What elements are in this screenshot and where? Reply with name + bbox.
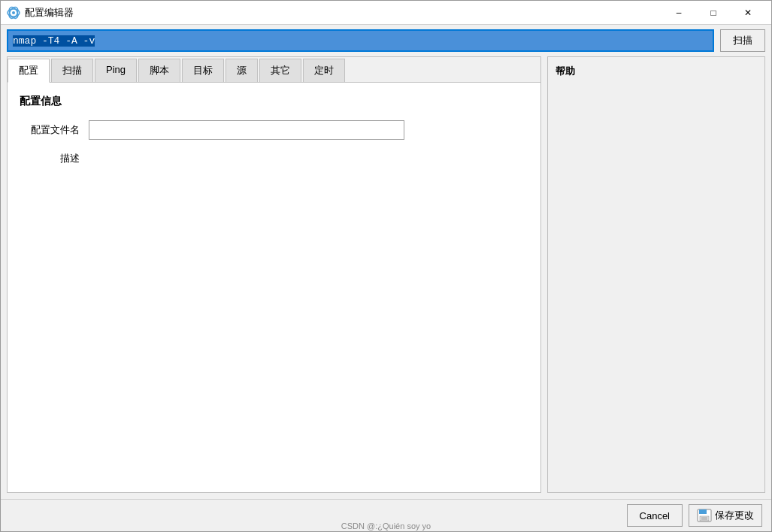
tab-source[interactable]: 源 [226,59,258,82]
command-input[interactable] [7,29,714,52]
cancel-button[interactable]: Cancel [627,504,683,527]
description-label: 描述 [20,152,80,165]
left-panel: 配置 扫描 Ping 脚本 目标 源 其它 定时 配置信息 配置文件名 描述 [7,56,541,493]
svg-point-3 [12,11,15,14]
tab-config[interactable]: 配置 [8,59,50,83]
toolbar: 扫描 [1,25,771,56]
main-window: 配置编辑器 – □ ✕ 扫描 配置 扫描 Ping 脚本 目标 源 其它 定时 [0,0,772,532]
save-icon [697,509,712,522]
help-title: 帮助 [556,65,757,78]
tabs-bar: 配置 扫描 Ping 脚本 目标 源 其它 定时 [8,57,540,83]
scan-button[interactable]: 扫描 [720,29,765,52]
maximize-button[interactable]: □ [696,1,731,25]
tab-content-config: 配置信息 配置文件名 描述 [8,83,540,492]
tab-script[interactable]: 脚本 [138,59,180,82]
svg-rect-8 [701,517,707,520]
tab-target[interactable]: 目标 [182,59,224,82]
title-bar-text: 配置编辑器 [25,6,661,20]
tab-ping[interactable]: Ping [95,59,137,82]
title-bar-controls: – □ ✕ [661,1,765,25]
svg-rect-5 [699,509,707,514]
tab-timer[interactable]: 定时 [303,59,345,82]
tab-scan[interactable]: 扫描 [51,59,93,82]
bottom-bar: Cancel 保存更改 [1,499,771,531]
app-icon [7,6,20,20]
minimize-button[interactable]: – [661,1,696,25]
section-title: 配置信息 [20,95,528,108]
close-button[interactable]: ✕ [731,1,765,25]
profile-name-row: 配置文件名 [20,120,528,140]
tab-other[interactable]: 其它 [259,59,301,82]
right-panel: 帮助 [547,56,765,493]
svg-rect-7 [707,510,709,513]
title-bar: 配置编辑器 – □ ✕ [1,1,771,25]
save-button[interactable]: 保存更改 [689,504,762,527]
profile-name-label: 配置文件名 [20,123,80,137]
description-row: 描述 [20,152,528,165]
profile-name-input[interactable] [89,120,404,140]
save-button-label: 保存更改 [715,509,754,522]
main-area: 配置 扫描 Ping 脚本 目标 源 其它 定时 配置信息 配置文件名 描述 [1,56,771,499]
